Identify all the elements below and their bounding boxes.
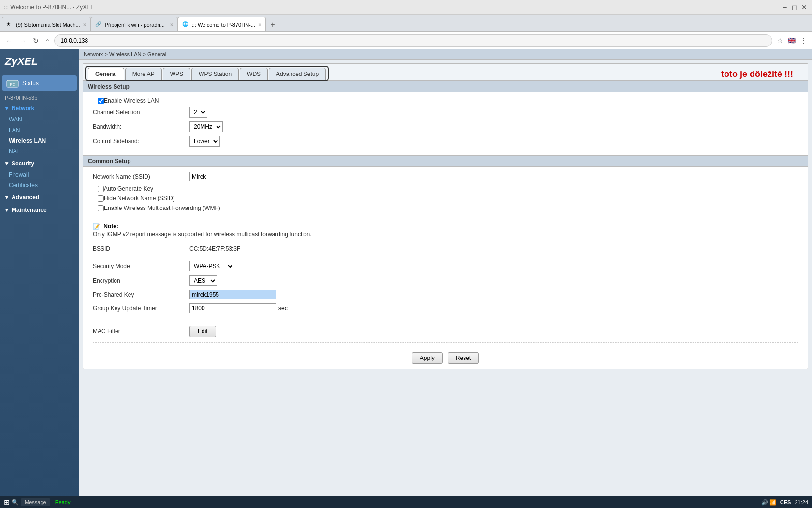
wireless-setup-section-header: Wireless Setup <box>83 81 808 92</box>
auto-generate-key-label: Auto Generate Key <box>104 185 153 192</box>
tab-close-1[interactable]: × <box>170 21 174 28</box>
tab-close-2[interactable]: × <box>258 21 261 28</box>
close-button[interactable]: ✕ <box>800 3 808 11</box>
group-key-row: Group Key Update Timer sec <box>93 303 798 313</box>
forward-button[interactable]: → <box>17 36 28 45</box>
sidebar: ZyXEL PC Status P-870HN-53b ▼ Network WA… <box>0 49 79 496</box>
bssid-value: CC:5D:4E:7F:53:3F <box>189 245 240 252</box>
button-row: Apply Reset <box>83 347 808 369</box>
start-button[interactable]: ⊞ <box>4 498 10 506</box>
tabs-left: General More AP WPS WPS Station WDS Adva… <box>88 68 326 80</box>
note-icon: 📝 <box>93 223 100 230</box>
browser-tab-0[interactable]: ★ (9) Slotomania Slot Mach... × <box>2 17 91 31</box>
sidebar-item-certificates[interactable]: Certificates <box>0 180 79 191</box>
group-key-input[interactable] <box>189 303 276 313</box>
ces-label: CES <box>780 499 791 505</box>
sidebar-advanced-label: Advanced <box>12 194 39 201</box>
mac-filter-edit-button[interactable]: Edit <box>189 326 216 337</box>
logo-text: ZyXEL <box>5 55 38 67</box>
enable-wireless-checkbox[interactable] <box>98 98 104 104</box>
sidebar-item-lan[interactable]: LAN <box>0 125 79 135</box>
tab-wds[interactable]: WDS <box>240 68 268 80</box>
sidebar-maintenance-label: Maintenance <box>12 207 47 213</box>
reset-button[interactable]: Reset <box>448 352 479 364</box>
security-mode-label: Security Mode <box>93 263 189 269</box>
common-setup-form: Network Name (SSID) Auto Generate Key Hi… <box>83 167 808 219</box>
psk-input[interactable] <box>189 290 276 299</box>
channel-selection-select[interactable]: 1 2 3 4 5 6 7 <box>189 107 207 118</box>
wmf-checkbox[interactable] <box>98 205 104 211</box>
sidebar-security-header[interactable]: ▼ Security <box>0 158 79 169</box>
sidebar-security-label: Security <box>12 160 34 167</box>
bssid-row: BSSID CC:5D:4E:7F:53:3F <box>93 245 798 252</box>
common-setup-section-header: Common Setup <box>83 155 808 167</box>
flag-icon[interactable]: 🇬🇧 <box>787 36 797 45</box>
menu-icon[interactable]: ⋮ <box>798 36 808 45</box>
reload-button[interactable]: ↻ <box>31 36 41 45</box>
network-name-input[interactable] <box>189 172 276 181</box>
encryption-select[interactable]: AES TKIP <box>189 275 217 286</box>
status-icon: PC <box>6 78 19 88</box>
new-tab-button[interactable]: + <box>266 18 279 31</box>
auto-generate-key-checkbox[interactable] <box>98 186 104 192</box>
browser-tab-1[interactable]: 🔗 Připojení k wifi - poradn... × <box>91 17 178 31</box>
address-icons: ☆ 🇬🇧 ⋮ <box>775 36 808 45</box>
maximize-button[interactable]: ◻ <box>791 3 798 11</box>
taskbar-time: 21:24 <box>795 499 808 505</box>
advanced-arrow-icon: ▼ <box>4 194 10 201</box>
back-button[interactable]: ← <box>4 36 14 45</box>
tab-favicon-2: 🌐 <box>182 21 189 28</box>
tab-general[interactable]: General <box>88 68 124 80</box>
mac-filter-row: MAC Filter Edit <box>93 326 798 337</box>
taskbar: ⊞ 🔍 Message Ready 🔊 📶 CES 21:24 <box>0 496 812 508</box>
sidebar-status-button[interactable]: PC Status <box>2 75 77 91</box>
bandwidth-select[interactable]: 20MHz 40MHz <box>189 121 223 132</box>
tab-advanced-setup[interactable]: Advanced Setup <box>269 68 326 80</box>
sidebar-item-wan[interactable]: WAN <box>0 114 79 125</box>
security-mode-select[interactable]: WPA-PSK WPA2-PSK No Security <box>189 261 234 271</box>
address-input[interactable] <box>54 34 772 47</box>
hide-network-checkbox[interactable] <box>98 195 104 202</box>
sidebar-section-advanced: ▼ Advanced <box>0 192 79 203</box>
network-name-label: Network Name (SSID) <box>93 173 189 180</box>
sidebar-maintenance-header[interactable]: ▼ Maintenance <box>0 204 79 216</box>
page-title-text: ::: Welcome to P-870HN... - ZyXEL <box>4 4 94 11</box>
device-name: P-870HN-53b <box>0 93 79 102</box>
bandwidth-row: Bandwidth: 20MHz 40MHz <box>93 121 798 132</box>
browser-tabs-bar: ★ (9) Slotomania Slot Mach... × 🔗 Připoj… <box>0 15 812 32</box>
control-sideband-select[interactable]: Lower Upper <box>189 136 220 147</box>
psk-label: Pre-Shared Key <box>93 291 189 298</box>
browser-tab-label-0: (9) Slotomania Slot Mach... <box>16 22 80 28</box>
apply-button[interactable]: Apply <box>412 352 443 364</box>
tab-wps[interactable]: WPS <box>163 68 190 80</box>
sidebar-item-nat[interactable]: NAT <box>0 146 79 157</box>
sidebar-item-wireless-lan[interactable]: Wireless LAN <box>0 135 79 146</box>
tab-wps-station[interactable]: WPS Station <box>191 68 239 80</box>
note-area: 📝 Note: Only IGMP v2 report message is s… <box>83 219 808 241</box>
breadcrumb-text: Network > Wireless LAN > General <box>84 51 166 57</box>
title-bar-left: ::: Welcome to P-870HN... - ZyXEL <box>4 4 94 11</box>
encryption-label: Encryption <box>93 277 189 284</box>
home-button[interactable]: ⌂ <box>44 36 51 45</box>
wmf-label: Enable Wireless Multicast Forwarding (WM… <box>104 205 220 211</box>
tab-close-0[interactable]: × <box>83 21 87 28</box>
wireless-setup-form: Enable Wireless LAN Channel Selection 1 … <box>83 92 808 155</box>
wmf-row: Enable Wireless Multicast Forwarding (WM… <box>93 205 798 211</box>
browser-tab-2[interactable]: 🌐 ::: Welcome to P-870HN-... × <box>178 17 266 31</box>
psk-row: Pre-Shared Key <box>93 290 798 299</box>
svg-text:PC: PC <box>10 82 15 87</box>
sidebar-network-header[interactable]: ▼ Network <box>0 103 79 114</box>
search-icon[interactable]: 🔍 <box>12 499 19 506</box>
channel-selection-label: Channel Selection <box>93 109 189 116</box>
sidebar-item-firewall[interactable]: Firewall <box>0 169 79 180</box>
hide-network-label: Hide Network Name (SSID) <box>104 195 175 202</box>
window-controls[interactable]: − ◻ ✕ <box>781 3 808 11</box>
sidebar-advanced-header[interactable]: ▼ Advanced <box>0 192 79 203</box>
bssid-label: BSSID <box>93 245 189 252</box>
security-arrow-icon: ▼ <box>4 160 10 167</box>
breadcrumb: Network > Wireless LAN > General <box>79 49 812 60</box>
bookmark-icon[interactable]: ☆ <box>775 36 785 45</box>
minimize-button[interactable]: − <box>781 3 789 11</box>
tab-more-ap[interactable]: More AP <box>125 68 162 80</box>
status-label: Status <box>22 80 39 87</box>
